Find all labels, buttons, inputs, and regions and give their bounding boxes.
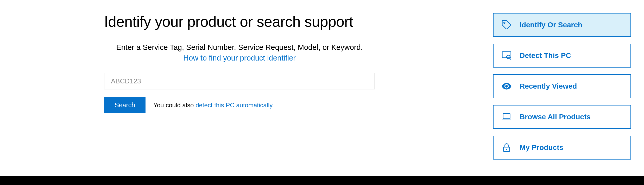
- svg-rect-4: [503, 114, 510, 119]
- laptop-icon: [501, 112, 512, 122]
- sidebar-item-detect-this-pc[interactable]: Detect This PC: [493, 44, 631, 68]
- sidebar: Identify Or Search Detect This PC Recent…: [493, 13, 631, 160]
- eye-icon: [501, 81, 512, 91]
- lock-icon: [501, 142, 512, 153]
- instructions-text: Enter a Service Tag, Serial Number, Serv…: [104, 43, 375, 52]
- detect-prefix: You could also: [153, 102, 195, 109]
- footer-bar: [0, 176, 644, 185]
- svg-line-3: [510, 58, 511, 60]
- search-row: Search You could also detect this PC aut…: [104, 97, 416, 113]
- sidebar-item-label: Browse All Products: [520, 113, 591, 121]
- sidebar-item-recently-viewed[interactable]: Recently Viewed: [493, 74, 631, 98]
- svg-point-2: [507, 55, 510, 58]
- search-button[interactable]: Search: [104, 97, 146, 113]
- page-title: Identify your product or search support: [104, 13, 416, 30]
- svg-point-0: [504, 22, 505, 23]
- sidebar-item-label: Identify Or Search: [520, 21, 582, 29]
- monitor-search-icon: [501, 50, 512, 61]
- tag-icon: [501, 20, 512, 30]
- sidebar-item-label: Detect This PC: [520, 51, 571, 60]
- detect-text: You could also detect this PC automatica…: [153, 102, 274, 109]
- sidebar-item-my-products[interactable]: My Products: [493, 136, 631, 160]
- sidebar-item-label: Recently Viewed: [520, 82, 577, 90]
- main-panel: Identify your product or search support …: [104, 13, 416, 113]
- search-input[interactable]: [104, 73, 375, 89]
- sidebar-item-identify-or-search[interactable]: Identify Or Search: [493, 13, 631, 37]
- detect-suffix: .: [272, 102, 274, 109]
- detect-pc-link[interactable]: detect this PC automatically: [195, 102, 272, 109]
- sidebar-item-label: My Products: [520, 143, 563, 152]
- help-link[interactable]: How to find your product identifier: [104, 54, 375, 62]
- sidebar-item-browse-all-products[interactable]: Browse All Products: [493, 105, 631, 129]
